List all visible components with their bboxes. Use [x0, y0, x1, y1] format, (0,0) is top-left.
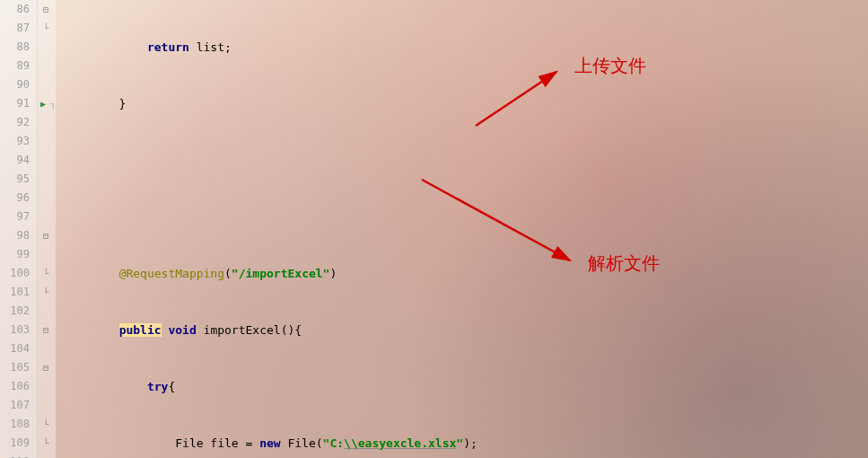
line-number: 99: [0, 245, 30, 264]
line-number: 109: [0, 434, 30, 453]
line-number: 94: [0, 151, 30, 170]
line-number-gutter: 8687888990919293949596979899100101102103…: [0, 0, 38, 458]
line-number: 86: [0, 0, 30, 19]
code-line: public void importExcel(){: [56, 321, 868, 339]
line-number: 93: [0, 132, 30, 151]
code-line: }: [56, 94, 868, 113]
line-number: 104: [0, 339, 30, 358]
code-editor[interactable]: 8687888990919293949596979899100101102103…: [0, 0, 868, 458]
line-number: 89: [0, 57, 30, 75]
line-number: 87: [0, 19, 30, 38]
line-number: 95: [0, 170, 30, 189]
line-number: 96: [0, 189, 30, 207]
line-number: 98: [0, 226, 30, 245]
line-number: 110: [0, 453, 30, 458]
code-line: [56, 207, 868, 226]
line-number: 88: [0, 38, 30, 57]
line-number: 107: [0, 396, 30, 415]
line-number: 108: [0, 415, 30, 434]
line-number: 97: [0, 207, 30, 226]
line-number: 90: [0, 75, 30, 94]
line-number: 92: [0, 113, 30, 132]
code-line: return list;: [56, 38, 868, 57]
code-line: @RequestMapping("/importExcel"): [56, 264, 868, 283]
code-line: try{: [56, 377, 868, 396]
line-number: 105: [0, 358, 30, 377]
line-number: 106: [0, 377, 30, 396]
line-number: 103: [0, 321, 30, 339]
fold-column[interactable]: ⊟ └ ▶ ┐ ⊟ └ └ ⊟ ⊟ └ └: [38, 0, 56, 458]
line-number: 100: [0, 264, 30, 283]
run-icon[interactable]: ▶: [40, 94, 46, 113]
code-area[interactable]: return list; } @RequestMapping("/importE…: [56, 0, 868, 458]
line-number: 102: [0, 302, 30, 321]
line-number: 101: [0, 283, 30, 302]
line-number: 91: [0, 94, 30, 113]
code-line: [56, 151, 868, 170]
code-line: File file = new File("C:\\easyexcle.xlsx…: [56, 434, 868, 453]
